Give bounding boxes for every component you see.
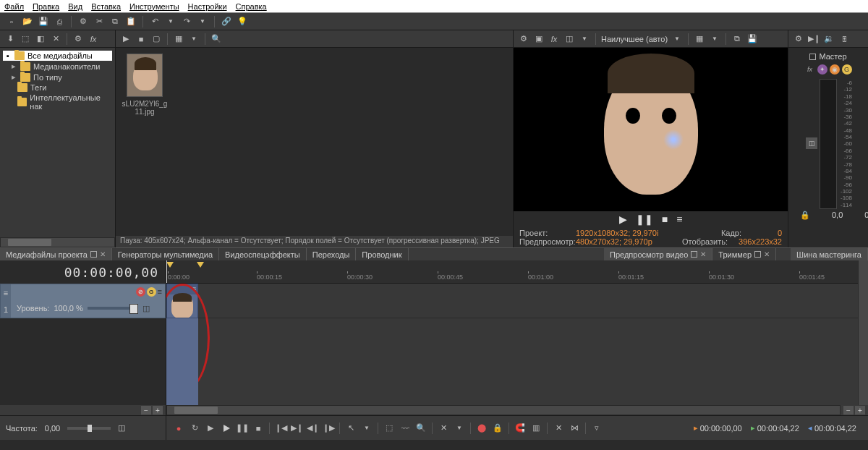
preview-menu-icon[interactable]: ≡ xyxy=(676,213,682,225)
timeline-h-scrollbar[interactable] xyxy=(166,405,841,415)
playhead[interactable] xyxy=(166,260,167,283)
paste-icon[interactable]: 📋 xyxy=(125,16,137,27)
preview-pause-icon[interactable]: ❚❚ xyxy=(636,213,653,225)
menu-settings[interactable]: Настройки xyxy=(188,2,227,11)
track-1-lane[interactable]: ≡ xyxy=(166,284,858,318)
master-fx3-icon[interactable]: G xyxy=(842,64,852,75)
lock-icon[interactable]: 🔒 xyxy=(800,211,810,220)
tab-dock-icon[interactable] xyxy=(691,251,697,258)
quality-dropdown-icon[interactable]: ▼ xyxy=(671,33,683,45)
level-slider[interactable] xyxy=(88,307,138,310)
views-icon[interactable]: ▦ xyxy=(173,33,184,45)
preview-play-icon[interactable]: ▶ xyxy=(619,213,627,225)
bypass-fx-icon[interactable]: ⊘ xyxy=(136,287,145,297)
save-frame-icon[interactable]: 💾 xyxy=(746,33,758,45)
play-icon[interactable] xyxy=(220,423,233,434)
expand-icon[interactable]: ▸ xyxy=(10,61,17,71)
quantize-icon[interactable]: ▥ xyxy=(529,423,542,434)
edit-tool-icon[interactable]: ↖ xyxy=(344,423,357,434)
marker-icon[interactable]: ▿ xyxy=(590,423,603,434)
go-start-icon[interactable]: ❙◀ xyxy=(274,423,287,434)
save-icon[interactable]: 💾 xyxy=(38,16,49,27)
preview-fx-icon[interactable]: fx xyxy=(548,33,560,45)
track-menu-icon[interactable]: ≡ xyxy=(4,289,8,297)
zoom-out-v-icon[interactable]: − xyxy=(141,406,151,415)
loop-start-marker[interactable] xyxy=(166,262,174,268)
preview-viewport[interactable] xyxy=(514,48,788,211)
tab-dock-icon[interactable] xyxy=(754,251,761,258)
snap-toggle-icon[interactable]: 🧲 xyxy=(514,423,527,434)
meter-mode-icon[interactable]: ◫ xyxy=(806,137,817,149)
expand-icon[interactable]: ▸ xyxy=(10,72,17,82)
tree-drives[interactable]: ▸ Медианакопители xyxy=(3,61,112,72)
overlay-dropdown-icon[interactable]: ▼ xyxy=(709,33,720,45)
track-header-1[interactable]: ≡ 1 ⊘ G ≡ Уровень: 100,0 % ◫ xyxy=(0,284,166,318)
next-frame-icon[interactable]: ❙▶ xyxy=(322,423,335,434)
tree-bytype[interactable]: ▸ По типу xyxy=(3,72,112,82)
track-mode-icon[interactable]: ◫ xyxy=(142,304,150,313)
loop-icon[interactable]: ↻ xyxy=(188,423,201,434)
help-tip-icon[interactable]: 💡 xyxy=(237,16,248,27)
copy-icon[interactable]: ⧉ xyxy=(109,16,121,27)
stop-icon[interactable]: ■ xyxy=(252,423,265,434)
video-clip[interactable]: ≡ xyxy=(166,284,198,318)
pause-icon[interactable]: ❚❚ xyxy=(236,423,249,434)
tab-close-icon[interactable]: ✕ xyxy=(700,250,706,258)
new-icon[interactable]: ▫ xyxy=(6,16,17,27)
media-capture-icon[interactable]: ⬚ xyxy=(20,33,31,45)
tab-transitions[interactable]: Переходы xyxy=(307,248,357,260)
tree-tags[interactable]: Теги xyxy=(3,82,112,93)
tab-close-icon[interactable]: ✕ xyxy=(764,250,770,258)
cut-icon[interactable]: ✂ xyxy=(93,16,105,27)
ripple-icon[interactable]: ✕ xyxy=(437,423,450,434)
master-fx2-icon[interactable]: ◉ xyxy=(830,64,840,75)
open-icon[interactable]: 📂 xyxy=(22,16,33,27)
zoom-tool-icon[interactable]: 🔍 xyxy=(414,423,427,434)
media-get-icon[interactable]: ◧ xyxy=(35,33,46,45)
lock-env-icon[interactable]: 🔒 xyxy=(491,423,504,434)
zoom-out-h-icon[interactable]: − xyxy=(843,406,854,415)
tab-master-bus[interactable]: Шина мастеринга xyxy=(791,248,868,260)
master-props-icon[interactable]: ⚙ xyxy=(793,33,804,45)
rate-slider[interactable] xyxy=(67,427,111,430)
stop-icon[interactable]: ■ xyxy=(135,33,147,45)
rate-reset-icon[interactable]: ◫ xyxy=(118,423,125,433)
render-icon[interactable]: ⎙ xyxy=(54,16,65,27)
master-fx1-icon[interactable]: ✦ xyxy=(817,64,827,75)
menu-file[interactable]: Файл xyxy=(4,2,24,11)
menu-edit[interactable]: Правка xyxy=(33,2,59,11)
prev-frame-icon[interactable]: ◀❙ xyxy=(306,423,319,434)
auto-ripple-icon[interactable]: ⬤ xyxy=(475,423,488,434)
tab-preview[interactable]: Предпросмотр видео ✕ xyxy=(604,248,712,260)
envelope-tool-icon[interactable]: 〰 xyxy=(399,423,412,434)
redo-dropdown-icon[interactable]: ▼ xyxy=(197,16,208,27)
clip-menu-icon[interactable]: ≡ xyxy=(192,285,196,294)
preview-props-icon[interactable]: ⚙ xyxy=(518,33,529,45)
media-props-icon[interactable]: ⚙ xyxy=(72,33,84,45)
track-menu-icon[interactable]: ≡ xyxy=(158,287,162,296)
tool-dropdown-icon[interactable]: ▼ xyxy=(360,423,373,434)
menu-insert[interactable]: Вставка xyxy=(91,2,121,11)
zoom-in-h-icon[interactable]: + xyxy=(855,406,865,415)
tab-close-icon[interactable]: ✕ xyxy=(100,250,106,258)
copy-frame-icon[interactable]: ⧉ xyxy=(731,33,743,45)
master-start-icon[interactable]: ▶❙ xyxy=(808,33,820,45)
selection-tool-icon[interactable]: ⬚ xyxy=(383,423,396,434)
loop-end-marker[interactable] xyxy=(197,262,204,268)
preview-quality-label[interactable]: Наилучшее (авто) xyxy=(601,35,668,43)
preview-split-icon[interactable]: ◫ xyxy=(563,33,575,45)
search-icon[interactable]: 🔍 xyxy=(210,33,222,45)
menu-tools[interactable]: Инструменты xyxy=(129,2,179,11)
menu-view[interactable]: Вид xyxy=(68,2,82,11)
collapse-icon[interactable]: ▪ xyxy=(4,51,12,60)
media-thumbnail[interactable]: sLU2M2Yl6_g11.jpg xyxy=(122,54,168,230)
auto-crossfade-icon[interactable]: ⋈ xyxy=(568,423,581,434)
media-fx-icon[interactable]: fx xyxy=(88,33,99,45)
preview-stop-icon[interactable]: ■ xyxy=(662,213,668,225)
go-end-icon[interactable]: ▶❙ xyxy=(290,423,303,434)
crossfade-icon[interactable]: ✕ xyxy=(552,423,565,434)
media-scrollbar[interactable] xyxy=(0,237,115,247)
tab-project-media[interactable]: Медиафайлы проекта ✕ xyxy=(0,248,112,260)
ripple-dropdown-icon[interactable]: ▼ xyxy=(453,423,466,434)
tree-smart[interactable]: Интеллектуальные нак xyxy=(3,93,112,111)
